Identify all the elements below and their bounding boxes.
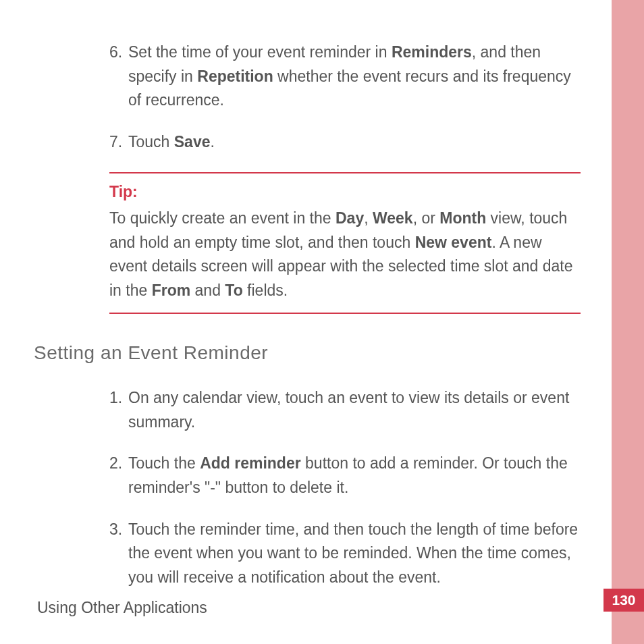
tip-body: To quickly create an event in the Day, W… xyxy=(109,207,581,303)
body-text: fields. xyxy=(243,281,288,299)
list-item-number: 6. xyxy=(109,41,128,113)
list-item: 1.On any calendar view, touch an event t… xyxy=(34,386,581,434)
tip-label: Tip: xyxy=(109,180,581,205)
list-item: 7.Touch Save. xyxy=(34,130,581,155)
footer-chapter-title: Using Other Applications xyxy=(37,599,207,617)
list-item: 2.Touch the Add reminder button to add a… xyxy=(34,452,581,500)
list-item-body: Touch the Add reminder button to add a r… xyxy=(128,452,581,500)
bold-term: Month xyxy=(439,209,486,227)
body-text: , or xyxy=(413,209,440,227)
body-text: Set the time of your event reminder in xyxy=(128,43,392,61)
tip-callout: Tip: To quickly create an event in the D… xyxy=(109,172,581,314)
body-text: To quickly create an event in the xyxy=(109,209,336,227)
page-number: 130 xyxy=(612,592,635,608)
page-number-tab: 130 xyxy=(603,589,644,612)
bold-term: To xyxy=(225,281,242,299)
body-text: . xyxy=(210,133,214,151)
bold-term: Week xyxy=(373,209,413,227)
bold-term: Add reminder xyxy=(200,454,301,472)
list-item-body: On any calendar view, touch an event to … xyxy=(128,386,581,434)
list-item-body: Touch the reminder time, and then touch … xyxy=(128,518,581,590)
page-content: 6.Set the time of your event reminder in… xyxy=(34,41,581,608)
body-text: Touch the reminder time, and then touch … xyxy=(128,520,578,586)
list-item-number: 2. xyxy=(109,452,128,500)
list-item: 3.Touch the reminder time, and then touc… xyxy=(34,518,581,590)
bold-term: From xyxy=(152,281,191,299)
body-text: and xyxy=(190,281,225,299)
bold-term: Day xyxy=(336,209,364,227)
list-item-number: 1. xyxy=(109,386,128,434)
body-text: Touch xyxy=(128,133,174,151)
bold-term: Save xyxy=(174,133,211,151)
list-item-number: 7. xyxy=(109,130,128,155)
right-side-bar xyxy=(612,0,644,644)
list-item-body: Set the time of your event reminder in R… xyxy=(128,41,581,113)
list-item-body: Touch Save. xyxy=(128,130,581,155)
manual-page: 6.Set the time of your event reminder in… xyxy=(0,0,644,644)
bold-term: Repetition xyxy=(197,68,273,85)
bold-term: Reminders xyxy=(392,43,472,61)
body-text: On any calendar view, touch an event to … xyxy=(128,389,569,431)
section-heading: Setting an Event Reminder xyxy=(34,338,581,367)
body-text: Touch the xyxy=(128,454,200,472)
bold-term: New event xyxy=(415,234,492,251)
body-text: , xyxy=(364,209,373,227)
list-item: 6.Set the time of your event reminder in… xyxy=(34,41,581,113)
list-item-number: 3. xyxy=(109,518,128,590)
